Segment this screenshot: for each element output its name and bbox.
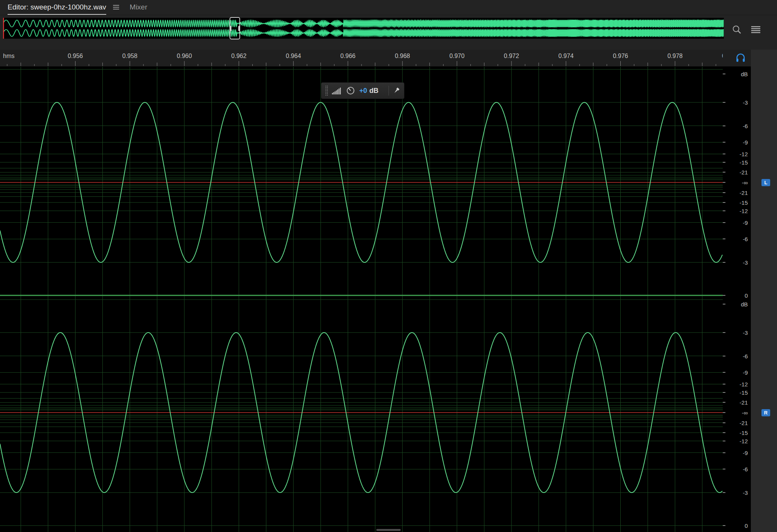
svg-text:0.972: 0.972: [504, 53, 519, 59]
svg-text:0.966: 0.966: [340, 53, 355, 59]
overview-viewport-selector[interactable]: [230, 17, 240, 39]
db-label: -9: [743, 369, 748, 376]
gain-unit: dB: [370, 87, 379, 94]
svg-text:0.956: 0.956: [68, 53, 83, 59]
db-tick: [723, 332, 725, 333]
db-tick: [723, 422, 725, 423]
hud-separator: [388, 86, 389, 96]
overview-row: [0, 15, 777, 50]
overview-waveform: [3, 18, 724, 39]
db-label: -3: [743, 99, 748, 106]
db-label: -12: [739, 438, 748, 444]
db-tick: [723, 441, 725, 441]
db-label: -9: [743, 219, 748, 226]
tab-mixer-label: Mixer: [130, 3, 147, 11]
db-tick: [723, 402, 725, 403]
db-label: -6: [743, 122, 748, 129]
waveform-editor-area: dB-3-6-9-12-15-21-∞-21-15-12-9-6-30dB-3-…: [0, 67, 751, 532]
channel-badge-strip: LR: [751, 50, 777, 532]
tab-editor-label: Editor: sweep-0hz-1000hz.wav: [8, 3, 106, 11]
db-label: -∞: [742, 179, 748, 186]
svg-text:0.980: 0.980: [722, 53, 723, 59]
db-tick: [723, 262, 725, 263]
gain-value: +0: [359, 87, 367, 94]
db-tick: [723, 154, 725, 154]
svg-text:0.964: 0.964: [286, 53, 301, 59]
svg-text:0.976: 0.976: [613, 53, 628, 59]
db-label: 0: [745, 292, 748, 299]
svg-text:0.978: 0.978: [667, 53, 683, 59]
hud-gain-panel: +0dB: [321, 82, 404, 99]
hud-grip-handle[interactable]: [325, 85, 328, 96]
svg-text:0.974: 0.974: [558, 53, 574, 59]
db-label: -6: [743, 353, 748, 359]
viewport-handle-right[interactable]: [238, 26, 240, 31]
panel-tab-bar: Editor: sweep-0hz-1000hz.wav Mixer: [0, 0, 777, 15]
db-tick: [723, 74, 725, 74]
db-tick: [723, 469, 725, 469]
db-tick: [723, 182, 725, 183]
db-label: -15: [739, 159, 748, 166]
waveform-display[interactable]: [0, 67, 723, 532]
db-label: -15: [739, 199, 748, 206]
db-label: -15: [739, 430, 748, 436]
ruler-ticks: hms0.9560.9580.9600.9620.9640.9660.9680.…: [0, 50, 723, 66]
db-label: 0: [745, 523, 748, 529]
overview-toolbar: [731, 24, 761, 35]
db-label: -9: [743, 449, 748, 456]
ruler-clip: hms0.9560.9580.9600.9620.9640.9660.9680.…: [0, 50, 723, 66]
db-tick: [723, 126, 725, 126]
amplitude-db-scale[interactable]: dB-3-6-9-12-15-21-∞-21-15-12-9-6-30dB-3-…: [723, 67, 751, 532]
gain-knob-icon[interactable]: [346, 86, 355, 96]
pin-icon[interactable]: [393, 87, 400, 94]
db-tick: [723, 492, 725, 493]
db-tick: [723, 452, 725, 453]
db-label: -21: [739, 189, 748, 196]
db-tick: [723, 525, 725, 526]
timeline-ruler[interactable]: hms0.9560.9580.9600.9620.9640.9660.9680.…: [0, 50, 777, 67]
db-tick: [723, 356, 725, 356]
db-label: -6: [743, 466, 748, 472]
db-label: -21: [739, 169, 748, 176]
tab-mixer[interactable]: Mixer: [130, 0, 147, 15]
gain-readout[interactable]: +0dB: [359, 87, 379, 95]
svg-text:0.968: 0.968: [395, 53, 410, 59]
db-label: -9: [743, 139, 748, 146]
db-label: -3: [743, 490, 748, 496]
svg-text:hms: hms: [3, 53, 14, 59]
channel-badge-R[interactable]: R: [761, 409, 770, 416]
overview-waveform-strip[interactable]: [3, 18, 724, 39]
db-tick: [723, 392, 725, 393]
monitor-headphones-icon[interactable]: [735, 53, 746, 65]
db-tick: [723, 172, 725, 173]
db-label: -3: [743, 259, 748, 266]
db-tick: [723, 384, 725, 384]
panel-menu-icon[interactable]: [113, 0, 119, 15]
db-tick: [723, 162, 725, 163]
display-options-icon[interactable]: [751, 25, 761, 34]
svg-text:0.960: 0.960: [177, 53, 192, 59]
db-tick: [723, 412, 725, 413]
svg-text:0.958: 0.958: [122, 53, 137, 59]
db-tick: [723, 239, 725, 239]
svg-text:0.970: 0.970: [449, 53, 464, 59]
db-label: -12: [739, 381, 748, 388]
db-label: -21: [739, 419, 748, 426]
db-tick: [723, 304, 725, 304]
zoom-icon[interactable]: [731, 24, 742, 35]
db-label: -6: [743, 236, 748, 242]
db-label: -∞: [742, 410, 748, 416]
db-tick: [723, 295, 725, 296]
tab-editor[interactable]: Editor: sweep-0hz-1000hz.wav: [8, 0, 106, 15]
db-label: -12: [739, 151, 748, 157]
db-tick: [723, 222, 725, 223]
channel-badge-L[interactable]: L: [761, 179, 770, 186]
horizontal-scrollbar-thumb[interactable]: [376, 529, 401, 531]
db-tick: [723, 142, 725, 143]
db-label: -15: [739, 389, 748, 396]
db-tick: [723, 192, 725, 193]
db-label: -12: [739, 207, 748, 214]
db-label: -3: [743, 330, 748, 336]
db-tick: [723, 202, 725, 203]
viewport-handle-left[interactable]: [230, 26, 231, 31]
